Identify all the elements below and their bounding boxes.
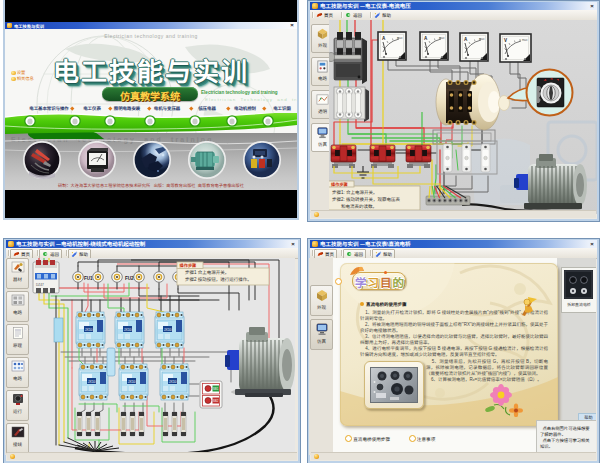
svg-text:步骤1: 合上电源开关。: 步骤1: 合上电源开关。 — [332, 189, 378, 195]
svg-text:JX10: JX10 — [128, 380, 136, 384]
svg-text:max: max — [522, 38, 528, 42]
svg-text:JX10: JX10 — [169, 380, 177, 384]
svg-text:步骤2: 拨动转换开关，观察电压表: 步骤2: 拨动转换开关，观察电压表 — [332, 196, 401, 202]
svg-text:JX10: JX10 — [88, 380, 96, 384]
svg-text:max: max — [397, 36, 403, 40]
svg-text:JX10: JX10 — [124, 328, 132, 332]
svg-text:步骤1 合上电源开关。: 步骤1 合上电源开关。 — [185, 269, 229, 275]
svg-text:JX10: JX10 — [164, 328, 172, 332]
svg-text:max: max — [479, 37, 485, 41]
svg-text:FU1: FU1 — [84, 276, 93, 281]
svg-text:操作步骤: 操作步骤 — [180, 262, 198, 268]
svg-text:FU2: FU2 — [125, 276, 134, 281]
svg-text:max: max — [439, 36, 445, 40]
svg-text:步骤2 按动按钮，进行运行操作。: 步骤2 按动按钮，进行运行操作。 — [185, 276, 252, 282]
svg-text:和电流表的读数。: 和电流表的读数。 — [341, 203, 377, 209]
svg-text:SB2: SB2 — [213, 399, 219, 403]
svg-text:操作步骤: 操作步骤 — [331, 181, 349, 187]
svg-text:JX10: JX10 — [85, 328, 93, 332]
svg-text:SB1: SB1 — [213, 387, 219, 391]
svg-text:DZ47: DZ47 — [36, 283, 44, 287]
